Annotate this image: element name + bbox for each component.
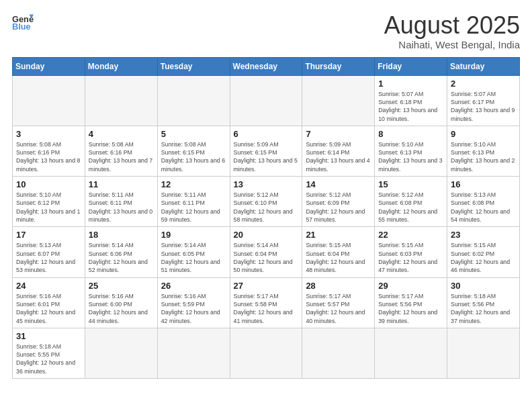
header-sunday: Sunday <box>13 57 85 75</box>
calendar-cell <box>13 75 85 126</box>
calendar-cell: 16Sunrise: 5:13 AM Sunset: 6:08 PM Dayli… <box>447 177 520 227</box>
day-number: 4 <box>89 129 154 139</box>
week-row-0: 1Sunrise: 5:07 AM Sunset: 6:18 PM Daylig… <box>13 75 520 126</box>
day-info: Sunrise: 5:14 AM Sunset: 6:05 PM Dayligh… <box>161 241 226 274</box>
day-info: Sunrise: 5:09 AM Sunset: 6:14 PM Dayligh… <box>306 140 371 173</box>
day-info: Sunrise: 5:07 AM Sunset: 6:17 PM Dayligh… <box>451 90 516 123</box>
header-wednesday: Wednesday <box>230 57 302 75</box>
page: General Blue August 2025 Naihati, West B… <box>0 0 532 385</box>
day-info: Sunrise: 5:10 AM Sunset: 6:13 PM Dayligh… <box>451 140 516 173</box>
day-info: Sunrise: 5:17 AM Sunset: 5:57 PM Dayligh… <box>306 292 371 325</box>
calendar-cell: 25Sunrise: 5:16 AM Sunset: 6:00 PM Dayli… <box>85 277 157 328</box>
day-info: Sunrise: 5:09 AM Sunset: 6:15 PM Dayligh… <box>234 140 299 173</box>
logo: General Blue <box>12 12 34 31</box>
day-number: 14 <box>306 179 371 189</box>
header-saturday: Saturday <box>447 57 520 75</box>
calendar-cell <box>157 328 230 378</box>
calendar-cell <box>157 75 230 126</box>
day-number: 2 <box>451 79 516 89</box>
calendar-cell: 20Sunrise: 5:14 AM Sunset: 6:04 PM Dayli… <box>230 227 302 277</box>
day-number: 1 <box>378 79 443 89</box>
day-number: 17 <box>16 230 81 240</box>
calendar-cell: 15Sunrise: 5:12 AM Sunset: 6:08 PM Dayli… <box>375 177 447 227</box>
calendar-cell: 10Sunrise: 5:10 AM Sunset: 6:12 PM Dayli… <box>13 177 85 227</box>
calendar-cell: 8Sunrise: 5:10 AM Sunset: 6:13 PM Daylig… <box>375 126 447 176</box>
calendar-cell: 11Sunrise: 5:11 AM Sunset: 6:11 PM Dayli… <box>85 177 157 227</box>
day-number: 30 <box>451 281 516 291</box>
header-tuesday: Tuesday <box>157 57 230 75</box>
calendar-cell: 21Sunrise: 5:15 AM Sunset: 6:04 PM Dayli… <box>302 227 375 277</box>
day-number: 27 <box>234 281 299 291</box>
weekday-header-row: Sunday Monday Tuesday Wednesday Thursday… <box>13 57 520 75</box>
header-thursday: Thursday <box>302 57 375 75</box>
calendar-cell <box>230 75 302 126</box>
calendar-title: August 2025 <box>384 12 520 39</box>
day-number: 13 <box>234 179 299 189</box>
calendar-cell: 22Sunrise: 5:15 AM Sunset: 6:03 PM Dayli… <box>375 227 447 277</box>
week-row-4: 24Sunrise: 5:16 AM Sunset: 6:01 PM Dayli… <box>13 277 520 328</box>
calendar-cell: 24Sunrise: 5:16 AM Sunset: 6:01 PM Dayli… <box>13 277 85 328</box>
day-number: 16 <box>451 179 516 189</box>
day-info: Sunrise: 5:10 AM Sunset: 6:13 PM Dayligh… <box>378 140 443 173</box>
calendar-cell: 18Sunrise: 5:14 AM Sunset: 6:06 PM Dayli… <box>85 227 157 277</box>
day-info: Sunrise: 5:17 AM Sunset: 5:56 PM Dayligh… <box>378 292 443 325</box>
day-number: 9 <box>451 129 516 139</box>
calendar-cell: 27Sunrise: 5:17 AM Sunset: 5:58 PM Dayli… <box>230 277 302 328</box>
day-info: Sunrise: 5:12 AM Sunset: 6:08 PM Dayligh… <box>378 191 443 224</box>
week-row-3: 17Sunrise: 5:13 AM Sunset: 6:07 PM Dayli… <box>13 227 520 277</box>
calendar-subtitle: Naihati, West Bengal, India <box>384 39 520 50</box>
svg-text:Blue: Blue <box>12 21 31 31</box>
day-info: Sunrise: 5:14 AM Sunset: 6:06 PM Dayligh… <box>89 241 154 274</box>
calendar-cell: 14Sunrise: 5:12 AM Sunset: 6:09 PM Dayli… <box>302 177 375 227</box>
calendar-cell <box>302 75 375 126</box>
day-number: 6 <box>234 129 299 139</box>
day-info: Sunrise: 5:07 AM Sunset: 6:18 PM Dayligh… <box>378 90 443 123</box>
day-info: Sunrise: 5:13 AM Sunset: 6:08 PM Dayligh… <box>451 191 516 224</box>
calendar-cell <box>85 75 157 126</box>
calendar-cell: 5Sunrise: 5:08 AM Sunset: 6:15 PM Daylig… <box>157 126 230 176</box>
day-info: Sunrise: 5:16 AM Sunset: 5:59 PM Dayligh… <box>161 292 226 325</box>
day-info: Sunrise: 5:15 AM Sunset: 6:04 PM Dayligh… <box>306 241 371 274</box>
calendar-cell: 30Sunrise: 5:18 AM Sunset: 5:56 PM Dayli… <box>447 277 520 328</box>
day-number: 5 <box>161 129 226 139</box>
day-info: Sunrise: 5:11 AM Sunset: 6:11 PM Dayligh… <box>89 191 154 224</box>
day-number: 7 <box>306 129 371 139</box>
header: General Blue August 2025 Naihati, West B… <box>12 12 520 50</box>
calendar-cell: 7Sunrise: 5:09 AM Sunset: 6:14 PM Daylig… <box>302 126 375 176</box>
day-info: Sunrise: 5:17 AM Sunset: 5:58 PM Dayligh… <box>234 292 299 325</box>
day-info: Sunrise: 5:11 AM Sunset: 6:11 PM Dayligh… <box>161 191 226 224</box>
calendar-cell <box>85 328 157 378</box>
day-info: Sunrise: 5:15 AM Sunset: 6:03 PM Dayligh… <box>378 241 443 274</box>
calendar-cell: 13Sunrise: 5:12 AM Sunset: 6:10 PM Dayli… <box>230 177 302 227</box>
calendar-cell <box>230 328 302 378</box>
calendar-cell: 3Sunrise: 5:08 AM Sunset: 6:16 PM Daylig… <box>13 126 85 176</box>
week-row-5: 31Sunrise: 5:18 AM Sunset: 5:55 PM Dayli… <box>13 328 520 378</box>
calendar-cell: 2Sunrise: 5:07 AM Sunset: 6:17 PM Daylig… <box>447 75 520 126</box>
day-info: Sunrise: 5:18 AM Sunset: 5:56 PM Dayligh… <box>451 292 516 325</box>
day-number: 23 <box>451 230 516 240</box>
calendar-cell <box>375 328 447 378</box>
day-info: Sunrise: 5:13 AM Sunset: 6:07 PM Dayligh… <box>16 241 81 274</box>
calendar-cell: 9Sunrise: 5:10 AM Sunset: 6:13 PM Daylig… <box>447 126 520 176</box>
calendar-cell: 4Sunrise: 5:08 AM Sunset: 6:16 PM Daylig… <box>85 126 157 176</box>
calendar-cell: 28Sunrise: 5:17 AM Sunset: 5:57 PM Dayli… <box>302 277 375 328</box>
header-monday: Monday <box>85 57 157 75</box>
day-info: Sunrise: 5:15 AM Sunset: 6:02 PM Dayligh… <box>451 241 516 274</box>
week-row-2: 10Sunrise: 5:10 AM Sunset: 6:12 PM Dayli… <box>13 177 520 227</box>
day-info: Sunrise: 5:08 AM Sunset: 6:15 PM Dayligh… <box>161 140 226 173</box>
calendar-cell: 17Sunrise: 5:13 AM Sunset: 6:07 PM Dayli… <box>13 227 85 277</box>
calendar-cell: 31Sunrise: 5:18 AM Sunset: 5:55 PM Dayli… <box>13 328 85 378</box>
day-number: 12 <box>161 179 226 189</box>
day-number: 28 <box>306 281 371 291</box>
day-number: 20 <box>234 230 299 240</box>
day-number: 22 <box>378 230 443 240</box>
day-info: Sunrise: 5:12 AM Sunset: 6:09 PM Dayligh… <box>306 191 371 224</box>
day-number: 21 <box>306 230 371 240</box>
calendar-cell: 12Sunrise: 5:11 AM Sunset: 6:11 PM Dayli… <box>157 177 230 227</box>
calendar-table: Sunday Monday Tuesday Wednesday Thursday… <box>12 57 520 379</box>
day-number: 8 <box>378 129 443 139</box>
day-number: 10 <box>16 179 81 189</box>
day-number: 19 <box>161 230 226 240</box>
day-number: 25 <box>89 281 154 291</box>
day-number: 15 <box>378 179 443 189</box>
